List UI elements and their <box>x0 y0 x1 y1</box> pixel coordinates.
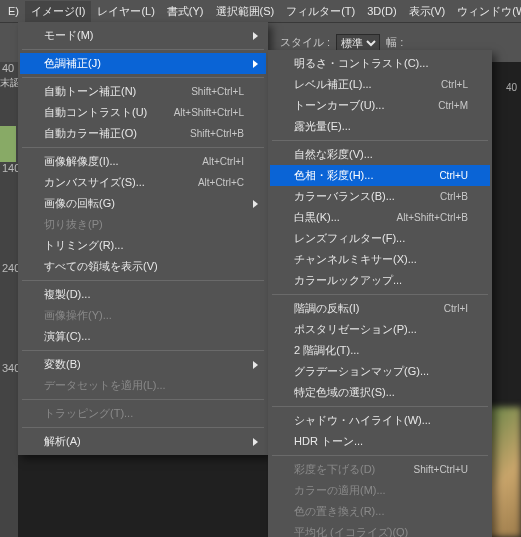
image-menu-item-6[interactable]: 自動カラー補正(O)Shift+Ctrl+B <box>20 123 266 144</box>
menu-item-label: データセットを適用(L)... <box>44 378 244 393</box>
menu-separator <box>272 455 488 456</box>
menu-separator <box>22 399 264 400</box>
adjustments-item-5[interactable]: 自然な彩度(V)... <box>270 144 490 165</box>
adjustments-item-23: カラーの適用(M)... <box>270 480 490 501</box>
main-menubar: E) イメージ(I) レイヤー(L) 書式(Y) 選択範囲(S) フィルター(T… <box>0 0 521 22</box>
adjustments-item-3[interactable]: 露光量(E)... <box>270 116 490 137</box>
menu-item-label: 自動コントラスト(U) <box>44 105 174 120</box>
adjustments-item-13[interactable]: 階調の反転(I)Ctrl+I <box>270 298 490 319</box>
menu-item-label: カラーの適用(M)... <box>294 483 468 498</box>
menu-item-label: カラーバランス(B)... <box>294 189 440 204</box>
menu-item-label: チャンネルミキサー(X)... <box>294 252 468 267</box>
adjustments-item-19[interactable]: シャドウ・ハイライト(W)... <box>270 410 490 431</box>
adjustments-item-16[interactable]: グラデーションマップ(G)... <box>270 361 490 382</box>
adjustments-item-7[interactable]: カラーバランス(B)...Ctrl+B <box>270 186 490 207</box>
adjustments-item-0[interactable]: 明るさ・コントラスト(C)... <box>270 53 490 74</box>
style-select[interactable]: 標準 <box>336 34 380 52</box>
menu-item-shortcut: Alt+Shift+Ctrl+L <box>174 107 244 118</box>
menu-item-shortcut: Ctrl+L <box>441 79 468 90</box>
adjustments-item-8[interactable]: 白黒(K)...Alt+Shift+Ctrl+B <box>270 207 490 228</box>
adjustments-item-25: 平均化 (イコライズ)(Q) <box>270 522 490 537</box>
image-menu-item-0[interactable]: モード(M) <box>20 25 266 46</box>
adjustments-item-15[interactable]: 2 階調化(T)... <box>270 340 490 361</box>
menu-select[interactable]: 選択範囲(S) <box>210 1 281 22</box>
menu-item-label: HDR トーン... <box>294 434 468 449</box>
image-menu-item-11: 切り抜き(P) <box>20 214 266 235</box>
submenu-arrow-icon <box>253 60 258 68</box>
image-menu-item-19[interactable]: 変数(B) <box>20 354 266 375</box>
menu-item-label: トーンカーブ(U)... <box>294 98 438 113</box>
menu-item-label: 特定色域の選択(S)... <box>294 385 468 400</box>
menu-window[interactable]: ウィンドウ(W) <box>451 1 521 22</box>
image-menu-item-2[interactable]: 色調補正(J) <box>20 53 266 74</box>
menu-item-shortcut: Ctrl+U <box>439 170 468 181</box>
adjustments-item-10[interactable]: チャンネルミキサー(X)... <box>270 249 490 270</box>
menu-3d[interactable]: 3D(D) <box>361 2 402 20</box>
menu-item-label: グラデーションマップ(G)... <box>294 364 468 379</box>
menu-item-label: トリミング(R)... <box>44 238 244 253</box>
style-label: スタイル : <box>280 35 330 50</box>
adjustments-item-11[interactable]: カラールックアップ... <box>270 270 490 291</box>
adjustments-item-9[interactable]: レンズフィルター(F)... <box>270 228 490 249</box>
menu-item-label: 色の置き換え(R)... <box>294 504 468 519</box>
menu-item-label: 画像の回転(G) <box>44 196 244 211</box>
menu-item-label: 画像操作(Y)... <box>44 308 244 323</box>
width-label: 幅 : <box>386 35 403 50</box>
image-menu-item-12[interactable]: トリミング(R)... <box>20 235 266 256</box>
menu-item-label: 変数(B) <box>44 357 244 372</box>
menu-separator <box>22 147 264 148</box>
submenu-arrow-icon <box>253 32 258 40</box>
image-menu-item-15[interactable]: 複製(D)... <box>20 284 266 305</box>
menu-item-label: 色調補正(J) <box>44 56 244 71</box>
menu-item-shortcut: Alt+Shift+Ctrl+B <box>397 212 468 223</box>
menu-layer[interactable]: レイヤー(L) <box>91 1 160 22</box>
menu-separator <box>22 427 264 428</box>
menu-item-label: 自動トーン補正(N) <box>44 84 191 99</box>
menu-item-label: 明るさ・コントラスト(C)... <box>294 56 468 71</box>
adjustments-item-14[interactable]: ポスタリゼーション(P)... <box>270 319 490 340</box>
menu-item-shortcut: Alt+Ctrl+I <box>202 156 244 167</box>
image-menu-item-24[interactable]: 解析(A) <box>20 431 266 452</box>
menu-item-shortcut: Shift+Ctrl+L <box>191 86 244 97</box>
menu-item-shortcut: Shift+Ctrl+U <box>414 464 468 475</box>
menu-separator <box>272 140 488 141</box>
menu-item-shortcut: Ctrl+M <box>438 100 468 111</box>
menu-item-label: 複製(D)... <box>44 287 244 302</box>
submenu-arrow-icon <box>253 438 258 446</box>
menu-item-shortcut: Ctrl+I <box>444 303 468 314</box>
menu-type[interactable]: 書式(Y) <box>161 1 210 22</box>
menu-item-shortcut: Alt+Ctrl+C <box>198 177 244 188</box>
menu-item-label: 画像解像度(I)... <box>44 154 202 169</box>
adjustments-item-1[interactable]: レベル補正(L)...Ctrl+L <box>270 74 490 95</box>
submenu-arrow-icon <box>253 200 258 208</box>
menu-item-label: レベル補正(L)... <box>294 77 441 92</box>
menu-item-label: ポスタリゼーション(P)... <box>294 322 468 337</box>
menu-item-label: 階調の反転(I) <box>294 301 444 316</box>
menu-filter[interactable]: フィルター(T) <box>280 1 361 22</box>
adjustments-item-17[interactable]: 特定色域の選択(S)... <box>270 382 490 403</box>
menu-edit-partial[interactable]: E) <box>2 2 25 20</box>
menu-item-label: レンズフィルター(F)... <box>294 231 468 246</box>
menu-separator <box>22 49 264 50</box>
image-menu-item-5[interactable]: 自動コントラスト(U)Alt+Shift+Ctrl+L <box>20 102 266 123</box>
ruler-tick-right: 40 <box>506 82 517 93</box>
menu-view[interactable]: 表示(V) <box>403 1 452 22</box>
adjustments-item-20[interactable]: HDR トーン... <box>270 431 490 452</box>
menu-separator <box>22 280 264 281</box>
menu-separator <box>272 294 488 295</box>
image-menu-item-4[interactable]: 自動トーン補正(N)Shift+Ctrl+L <box>20 81 266 102</box>
menu-separator <box>22 350 264 351</box>
image-menu-item-13[interactable]: すべての領域を表示(V) <box>20 256 266 277</box>
adjustments-item-2[interactable]: トーンカーブ(U)...Ctrl+M <box>270 95 490 116</box>
adjustments-item-6[interactable]: 色相・彩度(H)...Ctrl+U <box>270 165 490 186</box>
image-menu-item-10[interactable]: 画像の回転(G) <box>20 193 266 214</box>
menu-item-label: すべての領域を表示(V) <box>44 259 244 274</box>
adjustments-item-22: 彩度を下げる(D)Shift+Ctrl+U <box>270 459 490 480</box>
menu-item-label: トラッピング(T)... <box>44 406 244 421</box>
menu-item-label: 彩度を下げる(D) <box>294 462 414 477</box>
menu-image[interactable]: イメージ(I) <box>25 1 91 22</box>
image-menu-item-9[interactable]: カンバスサイズ(S)...Alt+Ctrl+C <box>20 172 266 193</box>
menu-item-label: 平均化 (イコライズ)(Q) <box>294 525 468 537</box>
image-menu-item-17[interactable]: 演算(C)... <box>20 326 266 347</box>
image-menu-item-8[interactable]: 画像解像度(I)...Alt+Ctrl+I <box>20 151 266 172</box>
